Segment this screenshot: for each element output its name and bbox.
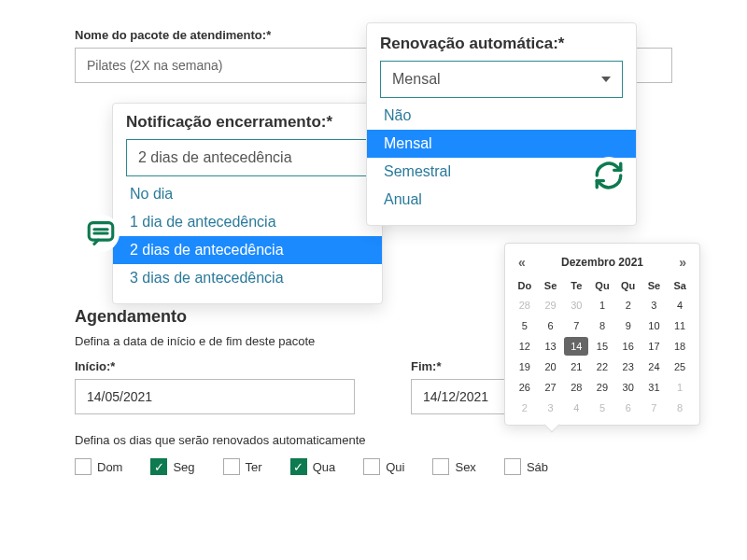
refresh-icon [590, 157, 627, 194]
calendar-day[interactable]: 28 [564, 378, 588, 397]
calendar-day[interactable]: 11 [668, 316, 692, 335]
day-check: Sáb [504, 458, 548, 475]
notificacao-option[interactable]: 3 dias de antecedência [113, 264, 382, 292]
calendar-day[interactable]: 21 [564, 357, 588, 376]
calendar-day[interactable]: 23 [616, 357, 641, 376]
day-label: Dom [97, 460, 122, 474]
calendar-day[interactable]: 22 [590, 357, 614, 376]
day-checkbox[interactable] [363, 458, 380, 475]
date-picker-calendar: « Dezembro 2021 » DoSeTeQuQuSeSa28293012… [504, 243, 700, 426]
days-row: Dom✓SegTer✓QuaQuiSexSáb [75, 458, 672, 475]
calendar-day[interactable]: 4 [668, 296, 692, 315]
calendar-day[interactable]: 28 [513, 296, 537, 315]
calendar-day[interactable]: 17 [642, 337, 667, 356]
day-label: Qui [386, 460, 404, 474]
day-checkbox[interactable] [432, 458, 449, 475]
renew-days-sub: Defina os dias que serão renovados autom… [75, 433, 672, 447]
day-check: ✓Seg [150, 458, 194, 475]
notificacao-select[interactable]: 2 dias de antecedência [126, 139, 369, 176]
day-label: Sex [455, 460, 475, 474]
calendar-day[interactable]: 30 [616, 378, 641, 397]
calendar-grid: DoSeTeQuQuSeSa28293012345678910111213141… [513, 277, 692, 417]
notificacao-option[interactable]: 1 dia de antecedência [113, 208, 382, 236]
renovacao-option[interactable]: Não [367, 102, 636, 130]
notificacao-option[interactable]: 2 dias de antecedência [113, 236, 382, 264]
calendar-dow: Qu [590, 277, 614, 294]
day-label: Sáb [527, 460, 548, 474]
calendar-dow: Se [539, 277, 563, 294]
calendar-day[interactable]: 7 [642, 399, 667, 417]
day-label: Qua [313, 460, 336, 474]
notificacao-options: No dia1 dia de antecedência2 dias de ant… [113, 176, 382, 303]
calendar-dow: Qu [616, 277, 641, 294]
calendar-day[interactable]: 18 [668, 337, 692, 356]
chevron-down-icon [601, 77, 611, 82]
calendar-day[interactable]: 20 [539, 357, 563, 376]
day-check: Ter [223, 458, 262, 475]
renovacao-dropdown-card: Renovação automática:* Mensal NãoMensalS… [366, 22, 637, 226]
calendar-dow: Do [513, 277, 537, 294]
day-check: Qui [363, 458, 404, 475]
calendar-day[interactable]: 29 [590, 378, 614, 397]
calendar-day[interactable]: 15 [590, 337, 614, 356]
day-label: Ter [246, 460, 262, 474]
day-checkbox[interactable] [223, 458, 240, 475]
day-checkbox[interactable]: ✓ [290, 458, 307, 475]
calendar-day[interactable]: 8 [668, 399, 692, 417]
calendar-month: Dezembro 2021 [561, 256, 643, 269]
calendar-day[interactable]: 6 [616, 399, 641, 417]
inicio-label: Início:* [75, 359, 355, 373]
calendar-day[interactable]: 31 [642, 378, 667, 397]
calendar-day[interactable]: 7 [564, 316, 588, 335]
day-check: ✓Qua [290, 458, 336, 475]
calendar-day[interactable]: 12 [513, 337, 537, 356]
calendar-next[interactable]: » [679, 255, 686, 270]
notificacao-dropdown-card: Notificação encerramento:* 2 dias de ant… [112, 103, 383, 304]
day-label: Seg [173, 460, 194, 474]
calendar-day[interactable]: 2 [616, 296, 641, 315]
notificacao-title: Notificação encerramento:* [113, 104, 382, 139]
calendar-day[interactable]: 26 [513, 378, 537, 397]
calendar-day[interactable]: 29 [539, 296, 563, 315]
renovacao-selected: Mensal [392, 71, 441, 88]
calendar-day[interactable]: 5 [513, 316, 537, 335]
calendar-day[interactable]: 13 [539, 337, 563, 356]
day-checkbox[interactable] [75, 458, 92, 475]
calendar-day[interactable]: 16 [616, 337, 641, 356]
calendar-day[interactable]: 6 [539, 316, 563, 335]
calendar-day[interactable]: 3 [642, 296, 667, 315]
calendar-day[interactable]: 2 [513, 399, 537, 417]
renovacao-select[interactable]: Mensal [380, 61, 623, 98]
calendar-prev[interactable]: « [518, 255, 526, 270]
inicio-input[interactable] [75, 379, 355, 414]
calendar-day[interactable]: 4 [564, 399, 588, 417]
notificacao-selected: 2 dias de antecedência [138, 149, 292, 166]
calendar-day[interactable]: 19 [513, 357, 537, 376]
calendar-tail [544, 417, 560, 433]
renovacao-option[interactable]: Mensal [367, 130, 636, 158]
calendar-dow: Se [642, 277, 667, 294]
calendar-day[interactable]: 1 [668, 378, 692, 397]
day-checkbox[interactable]: ✓ [150, 458, 167, 475]
day-check: Dom [75, 458, 122, 475]
calendar-day[interactable]: 10 [642, 316, 667, 335]
calendar-day[interactable]: 25 [668, 357, 692, 376]
calendar-day[interactable]: 24 [642, 357, 667, 376]
calendar-dow: Sa [668, 277, 692, 294]
notificacao-option[interactable]: No dia [113, 180, 382, 208]
calendar-day[interactable]: 30 [564, 296, 588, 315]
svg-rect-0 [89, 223, 113, 240]
day-check: Sex [432, 458, 475, 475]
calendar-day[interactable]: 5 [590, 399, 614, 417]
day-checkbox[interactable] [504, 458, 521, 475]
renovacao-title: Renovação automática:* [367, 23, 636, 61]
calendar-day[interactable]: 8 [590, 316, 614, 335]
calendar-day[interactable]: 3 [539, 399, 563, 417]
calendar-day[interactable]: 1 [590, 296, 614, 315]
calendar-dow: Te [564, 277, 588, 294]
chat-icon [82, 215, 120, 252]
calendar-day[interactable]: 14 [564, 337, 588, 356]
calendar-day[interactable]: 27 [539, 378, 563, 397]
calendar-day[interactable]: 9 [616, 316, 641, 335]
